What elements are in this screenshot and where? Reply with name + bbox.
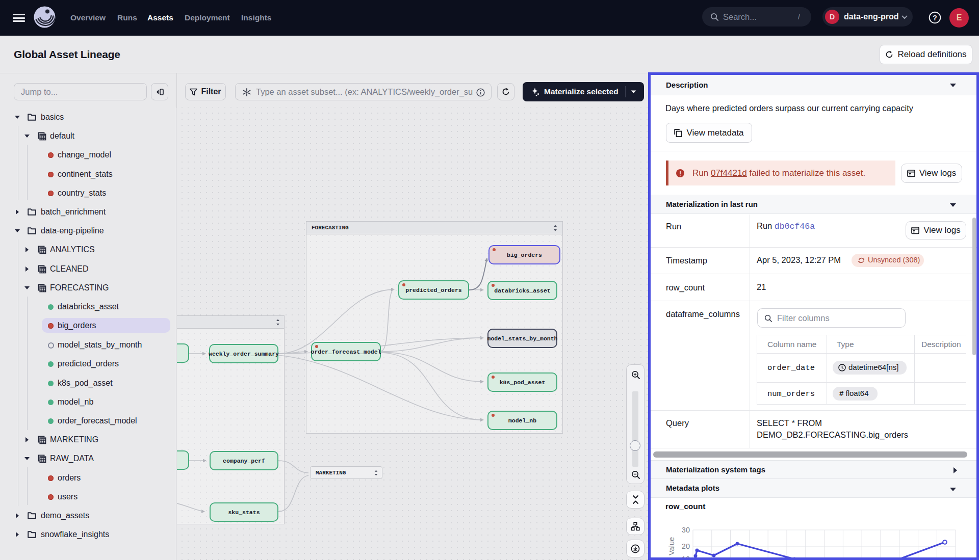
svg-text:?: ? xyxy=(933,14,937,22)
svg-text:20: 20 xyxy=(682,542,690,550)
svg-text:10: 10 xyxy=(682,555,690,560)
svg-text:30: 30 xyxy=(682,526,690,534)
svg-text:Value: Value xyxy=(667,537,676,555)
